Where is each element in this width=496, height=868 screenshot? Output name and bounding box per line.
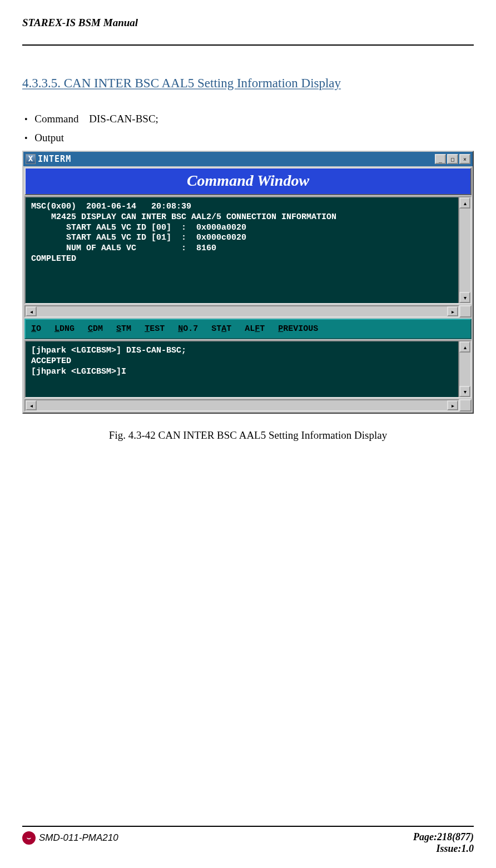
manual-title: STAREX-IS BSM Manual [22, 17, 138, 28]
output-vertical-scrollbar[interactable]: ▴ ▾ [458, 197, 470, 303]
close-button[interactable]: × [459, 154, 470, 164]
maximize-button[interactable]: □ [447, 154, 458, 164]
scroll-right-icon[interactable]: ▸ [447, 306, 458, 316]
menu-test[interactable]: TEST [145, 324, 165, 334]
window-titlebar[interactable]: X INTERM _ □ × [23, 152, 473, 166]
titlebar-controls: _ □ × [435, 154, 470, 164]
page-header: STAREX-IS BSM Manual [22, 17, 474, 46]
command-hscroll-row: ◂ ▸ [24, 399, 472, 411]
minimize-button[interactable]: _ [435, 154, 446, 164]
menu-ldng[interactable]: LDNG [54, 324, 75, 334]
figure-caption: Fig. 4.3-42 CAN INTER BSC AAL5 Setting I… [22, 429, 474, 442]
section-number: 4.3.3.5. [22, 76, 61, 90]
scroll-up-icon[interactable]: ▴ [459, 197, 470, 209]
section-heading: 4.3.3.5. CAN INTER BSC AAL5 Setting Info… [22, 76, 474, 91]
output-bullet-line: • Output [24, 132, 474, 144]
window-title: INTERM [38, 154, 71, 164]
command-vertical-scrollbar[interactable]: ▴ ▾ [458, 341, 470, 397]
scroll-corner [459, 399, 472, 411]
titlebar-left: X INTERM [26, 154, 71, 164]
scroll-left-icon[interactable]: ◂ [26, 400, 37, 410]
command-terminal[interactable]: [jhpark <LGICBSM>] DIS-CAN-BSC; ACCEPTED… [26, 341, 458, 397]
lg-logo-icon: ⌣ [22, 831, 36, 845]
bullet-dot-icon: • [24, 133, 28, 143]
menu-stm[interactable]: STM [116, 324, 131, 334]
command-horizontal-scrollbar[interactable]: ◂ ▸ [24, 399, 459, 411]
menu-cdm[interactable]: CDM [88, 324, 103, 334]
bullet-dot-icon: • [24, 115, 28, 124]
output-label: Output [34, 132, 64, 143]
scroll-down-icon[interactable]: ▾ [459, 386, 470, 397]
command-pane-frame: [jhpark <LGICBSM>] DIS-CAN-BSC; ACCEPTED… [24, 340, 472, 398]
terminal-window: X INTERM _ □ × Command Window MSC(0x00) … [22, 151, 474, 414]
menubar: IO LDNG CDM STM TEST NO.7 STAT ALFT PREV… [24, 319, 472, 339]
command-label: Command [34, 113, 78, 125]
output-hscroll-row: ◂ ▸ [24, 305, 472, 318]
command-bullet-line: • Command DIS-CAN-BSC; [24, 113, 474, 125]
menu-no7[interactable]: NO.7 [178, 324, 198, 334]
output-pane-frame: MSC(0x00) 2001-06-14 20:08:39 M2425 DISP… [24, 196, 472, 304]
scroll-up-icon[interactable]: ▴ [459, 341, 470, 353]
page-footer: ⌣ SMD-011-PMA210 Page:218(877) Issue:1.0 [22, 826, 474, 855]
footer-left: ⌣ SMD-011-PMA210 [22, 831, 118, 845]
page-number: Page:218(877) [413, 831, 474, 843]
menu-stat[interactable]: STAT [211, 324, 231, 334]
output-terminal[interactable]: MSC(0x00) 2001-06-14 20:08:39 M2425 DISP… [26, 197, 458, 303]
window-menu-icon[interactable]: X [26, 154, 36, 164]
scroll-down-icon[interactable]: ▾ [459, 292, 470, 303]
output-horizontal-scrollbar[interactable]: ◂ ▸ [24, 305, 459, 318]
menu-previous[interactable]: PREVIOUS [278, 324, 318, 334]
document-id: SMD-011-PMA210 [39, 832, 118, 844]
issue-number: Issue:1.0 [413, 843, 474, 855]
footer-right: Page:218(877) Issue:1.0 [413, 831, 474, 855]
scroll-right-icon[interactable]: ▸ [447, 400, 458, 410]
command-window-banner: Command Window [24, 167, 472, 195]
scroll-corner [459, 305, 472, 318]
command-value: DIS-CAN-BSC; [89, 113, 158, 125]
section-title: CAN INTER BSC AAL5 Setting Information D… [64, 76, 341, 90]
menu-alft[interactable]: ALFT [245, 324, 265, 334]
scroll-left-icon[interactable]: ◂ [26, 306, 37, 316]
menu-io[interactable]: IO [31, 324, 41, 334]
